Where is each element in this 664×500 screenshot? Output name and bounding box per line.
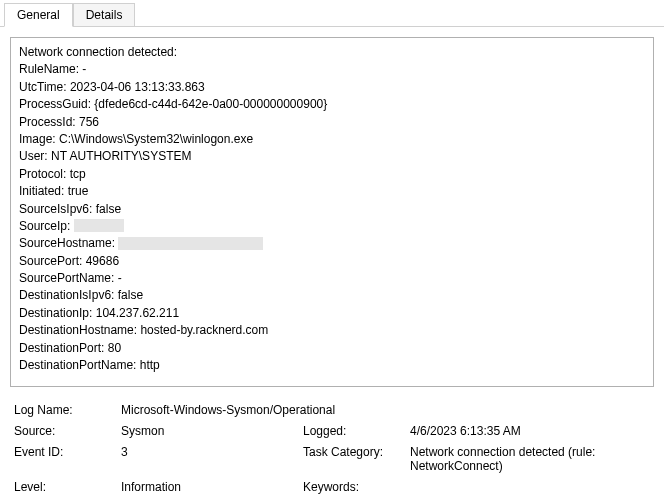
event-field-row: Initiated: true	[19, 183, 645, 200]
event-title: Network connection detected:	[19, 44, 645, 61]
tab-general[interactable]: General	[4, 3, 73, 27]
task-category-value: Network connection detected (rule: Netwo…	[410, 445, 650, 473]
keywords-label: Keywords:	[303, 480, 408, 494]
level-value: Information	[121, 480, 301, 494]
source-value: Sysmon	[121, 424, 301, 438]
task-category-label: Task Category:	[303, 445, 408, 473]
event-field-row: DestinationPort: 80	[19, 340, 645, 357]
event-field-row: DestinationPortName: http	[19, 357, 645, 374]
keywords-value	[410, 480, 650, 494]
event-field-row: Protocol: tcp	[19, 166, 645, 183]
event-id-label: Event ID:	[14, 445, 119, 473]
tab-bar: General Details	[0, 0, 664, 27]
event-lines: RuleName: -UtcTime: 2023-04-06 13:13:33.…	[19, 61, 645, 374]
event-field-row: User: NT AUTHORITY\SYSTEM	[19, 148, 645, 165]
logged-label: Logged:	[303, 424, 408, 438]
log-name-value: Microsoft-Windows-Sysmon/Operational	[121, 403, 650, 417]
event-field-row: UtcTime: 2023-04-06 13:13:33.863	[19, 79, 645, 96]
event-id-value: 3	[121, 445, 301, 473]
event-field-row: RuleName: -	[19, 61, 645, 78]
event-field-row: SourcePortName: -	[19, 270, 645, 287]
source-label: Source:	[14, 424, 119, 438]
event-field-row: Image: C:\Windows\System32\winlogon.exe	[19, 131, 645, 148]
event-message-box[interactable]: Network connection detected: RuleName: -…	[10, 37, 654, 387]
event-field-row: SourcePort: 49686	[19, 253, 645, 270]
event-field-row: SourceIp:	[19, 218, 645, 235]
event-field-row: DestinationHostname: hosted-by.racknerd.…	[19, 322, 645, 339]
redacted-value	[118, 237, 263, 250]
level-label: Level:	[14, 480, 119, 494]
event-field-row: ProcessId: 756	[19, 114, 645, 131]
logged-value: 4/6/2023 6:13:35 AM	[410, 424, 650, 438]
event-metadata: Log Name: Microsoft-Windows-Sysmon/Opera…	[10, 387, 654, 500]
tab-details[interactable]: Details	[73, 3, 136, 27]
redacted-value	[74, 219, 124, 232]
general-panel: Network connection detected: RuleName: -…	[0, 27, 664, 500]
event-field-row: DestinationIp: 104.237.62.211	[19, 305, 645, 322]
event-field-row: ProcessGuid: {dfede6cd-c44d-642e-0a00-00…	[19, 96, 645, 113]
event-field-row: SourceHostname:	[19, 235, 645, 252]
log-name-label: Log Name:	[14, 403, 119, 417]
event-field-row: DestinationIsIpv6: false	[19, 287, 645, 304]
event-field-row: SourceIsIpv6: false	[19, 201, 645, 218]
